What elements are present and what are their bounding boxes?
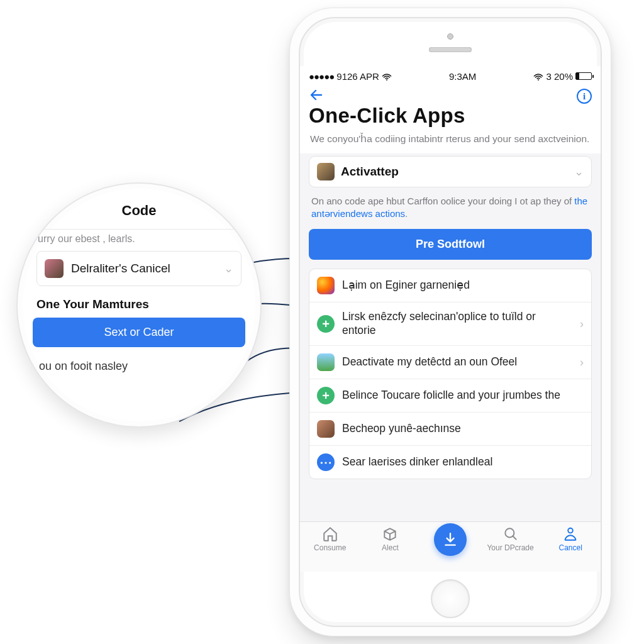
blue-icon: ⋯ [317, 453, 335, 471]
lens-primary-button[interactable]: Sext or Cader [33, 318, 245, 347]
lens-footer-text: ou on fooit nasley [36, 347, 242, 373]
list-item[interactable]: +Lirsk enêzcfy selecinan'oplice to tuïld… [309, 303, 591, 346]
list-item[interactable]: Becheop yunê‑aechınse [309, 413, 591, 446]
speaker-grill [429, 47, 472, 52]
info-button[interactable]: i [577, 89, 592, 104]
list-item[interactable]: ⋯Sear laerises dinker enlandleal [309, 446, 591, 479]
list-item[interactable]: Lạim on Eginer garneniẹd [309, 269, 591, 303]
chevron-down-icon: ⌄ [224, 262, 233, 275]
list-item-label: Sear laerises dinker enlandleal [342, 455, 584, 469]
download-icon [434, 523, 467, 556]
list-item-label: Belince Toucare foliclle and your jrumbe… [342, 389, 584, 402]
lens-section-heading: One Your Mamtures [36, 286, 242, 318]
tab-label: Alect [382, 543, 399, 552]
tab-label: Consume [314, 543, 346, 552]
home-icon [322, 526, 338, 542]
list-item-label: Becheop yunê‑aechınse [342, 422, 584, 436]
phone-screen: ●●●●● 9126 APR 9:3AM 3 20% [300, 66, 601, 572]
svg-point-0 [386, 79, 387, 80]
list-item[interactable]: +Belince Toucare foliclle and your jrumb… [309, 379, 591, 413]
tab-cancel[interactable]: Cancel [546, 526, 595, 552]
battery-pct-text: 3 20% [546, 71, 573, 82]
chevron-right-icon: › [580, 318, 584, 331]
svg-point-1 [538, 79, 539, 80]
lens-title: Code [36, 203, 242, 219]
lens-caption: urry our ebest , learls. [36, 229, 242, 251]
tab-add[interactable] [426, 523, 475, 556]
lens-selector[interactable]: Delraliter's Canicel ⌄ [36, 251, 242, 286]
battery-icon [575, 72, 592, 80]
status-bar: ●●●●● 9126 APR 9:3AM 3 20% [300, 66, 601, 84]
plus-icon: + [317, 315, 335, 333]
actions-list: Lạim on Eginer garneniẹd+Lirsk enêzcfy s… [309, 269, 592, 479]
avatar-icon [45, 259, 64, 278]
lens-selector-label: Delraliter's Canicel [71, 262, 216, 275]
primary-action-button[interactable]: Pre Sodtfowl [309, 229, 592, 260]
tab-search[interactable]: Your DPcrade [486, 526, 535, 552]
tab-consume[interactable]: Consume [306, 526, 355, 552]
list-item[interactable]: Deactivate my detêctd an oun Ofeel› [309, 346, 591, 379]
app-icon [317, 163, 335, 180]
hint-text: On ano code ape hbut Carffon oolice your… [309, 187, 592, 225]
list-item-label: Lạim on Eginer garneniẹd [342, 279, 584, 292]
signal-dots-icon: ●●●●● [309, 71, 334, 82]
clock-text: 9:3AM [449, 71, 476, 82]
app-selector-label: Activattep [341, 165, 568, 179]
list-item-label: Deactivate my detêctd an oun Ofeel [342, 355, 572, 369]
plus-icon: + [317, 387, 335, 404]
chevron-right-icon: › [580, 356, 584, 369]
tab-bar: Consume Alect Your DPcrade Can [300, 521, 601, 572]
firefox-icon [317, 277, 335, 294]
wifi-icon [533, 72, 543, 80]
page-subtitle: We conyou'ȟa codiing intabintr rterus an… [300, 128, 601, 153]
profile-icon [562, 526, 579, 542]
tab-alect[interactable]: Alect [365, 526, 414, 552]
carrier-text: 9126 APR [336, 71, 379, 82]
magnifier-lens: Code urry our ebest , learls. Delraliter… [16, 182, 262, 428]
svg-point-3 [568, 528, 573, 533]
search-icon [502, 526, 519, 542]
wifi-icon [382, 72, 392, 80]
phone-frame: ●●●●● 9126 APR 9:3AM 3 20% [289, 8, 611, 636]
tab-label: Cancel [558, 543, 582, 552]
list-item-label: Lirsk enêzcfy selecinan'oplice to tuïld … [342, 310, 572, 338]
face-icon [317, 420, 335, 438]
home-button[interactable] [431, 579, 470, 618]
box-icon [382, 526, 398, 542]
page-title: One-Click Apps [300, 104, 601, 128]
camera-icon [447, 33, 453, 40]
tab-label: Your DPcrade [487, 543, 533, 552]
back-button[interactable] [309, 87, 324, 105]
app-selector[interactable]: Activattep ⌄ [309, 156, 592, 187]
sky-icon [317, 353, 335, 371]
chevron-down-icon: ⌄ [574, 165, 584, 179]
